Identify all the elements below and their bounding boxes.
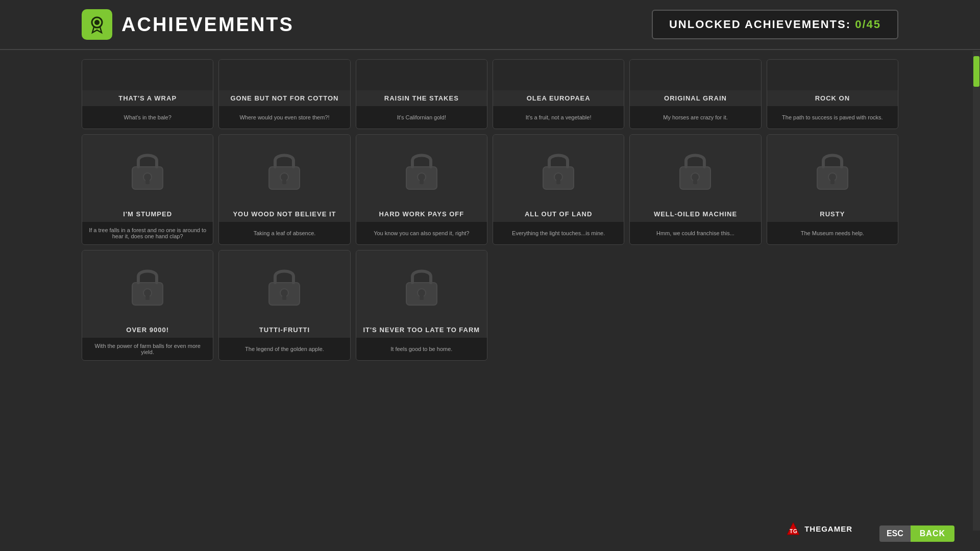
svg-rect-25: [282, 295, 286, 300]
achievement-card-gone-but-not-for-cotton[interactable]: GONE BUT NOT FOR COTTONWhere would you e…: [218, 59, 350, 129]
card-title-raisin-the-stakes: RAISIN THE STAKES: [356, 90, 487, 106]
card-title-its-never-too-late-to-farm: IT'S NEVER TOO LATE TO FARM: [356, 322, 487, 338]
svg-point-1: [94, 20, 100, 25]
svg-rect-7: [282, 179, 286, 184]
achievement-card-tutti-frutti[interactable]: TUTTI-FRUTTIThe legend of the golden app…: [218, 250, 350, 361]
achievement-card-raisin-the-stakes[interactable]: RAISIN THE STAKESIt's Californian gold!: [356, 59, 487, 129]
empty-slot: [767, 250, 898, 361]
svg-rect-4: [145, 179, 150, 184]
empty-slot: [493, 250, 624, 361]
achievement-card-rusty[interactable]: RUSTYThe Museum needs help.: [767, 134, 898, 245]
card-title-rusty: RUSTY: [767, 206, 898, 222]
unlocked-label: UNLOCKED ACHIEVEMENTS:: [669, 18, 851, 31]
achievement-card-original-grain[interactable]: ORIGINAL GRAINMy horses are crazy for it…: [629, 59, 761, 129]
card-title-over-9000: OVER 9000!: [82, 322, 213, 338]
svg-rect-22: [145, 295, 150, 300]
header-left: ACHIEVEMENTS: [82, 9, 294, 40]
svg-text:TG: TG: [790, 529, 798, 534]
card-image-original-grain: [630, 60, 761, 90]
card-title-you-wood-not-believe-it: YOU WOOD NOT BELIEVE IT: [219, 206, 350, 222]
card-desc-tutti-frutti: The legend of the golden apple.: [219, 338, 350, 360]
card-desc-im-stumped: If a tree falls in a forest and no one i…: [82, 222, 213, 244]
card-image-im-stumped: [82, 135, 213, 206]
header: ACHIEVEMENTS UNLOCKED ACHIEVEMENTS: 0/45: [0, 0, 980, 50]
achievement-card-hard-work-pays-off[interactable]: HARD WORK PAYS OFFYou know you can also …: [356, 134, 487, 245]
thegamer-icon: TG: [786, 521, 800, 536]
card-desc-over-9000: With the power of farm balls for even mo…: [82, 338, 213, 360]
svg-rect-13: [556, 179, 560, 184]
card-desc-hard-work-pays-off: You know you can also spend it, right?: [356, 222, 487, 244]
card-image-rusty: [767, 135, 898, 206]
card-desc-original-grain: My horses are crazy for it.: [630, 106, 761, 129]
card-desc-raisin-the-stakes: It's Californian gold!: [356, 106, 487, 129]
unlocked-achievements-box: UNLOCKED ACHIEVEMENTS: 0/45: [652, 10, 898, 39]
back-button[interactable]: BACK: [911, 525, 954, 542]
card-image-over-9000: [82, 251, 213, 322]
thegamer-logo: TG THEGAMER: [786, 521, 852, 536]
card-image-tutti-frutti: [219, 251, 350, 322]
svg-rect-28: [420, 295, 424, 300]
empty-slot: [629, 250, 761, 361]
card-image-all-out-of-land: [493, 135, 624, 206]
achievement-card-rock-on[interactable]: ROCK ONThe path to success is paved with…: [767, 59, 898, 129]
card-image-olea-europaea: [493, 60, 624, 90]
card-title-im-stumped: I'M STUMPED: [82, 206, 213, 222]
card-desc-gone-but-not-for-cotton: Where would you even store them?!: [219, 106, 350, 129]
card-image-raisin-the-stakes: [356, 60, 487, 90]
esc-button[interactable]: ESC: [879, 525, 911, 542]
achievement-icon: [82, 9, 112, 40]
card-title-gone-but-not-for-cotton: GONE BUT NOT FOR COTTON: [219, 90, 350, 106]
achievement-card-im-stumped[interactable]: I'M STUMPEDIf a tree falls in a forest a…: [82, 134, 213, 245]
svg-rect-19: [830, 179, 835, 184]
achievement-card-its-never-too-late-to-farm[interactable]: IT'S NEVER TOO LATE TO FARMIt feels good…: [356, 250, 487, 361]
footer-nav: TG THEGAMER ESC BACK: [849, 525, 954, 542]
card-title-well-oiled-machine: WELL-OILED MACHINE: [630, 206, 761, 222]
card-title-tutti-frutti: TUTTI-FRUTTI: [219, 322, 350, 338]
card-image-thats-a-wrap: [82, 60, 213, 90]
card-desc-well-oiled-machine: Hmm, we could franchise this...: [630, 222, 761, 244]
achievement-card-olea-europaea[interactable]: OLEA EUROPAEAIt's a fruit, not a vegetab…: [493, 59, 624, 129]
card-image-its-never-too-late-to-farm: [356, 251, 487, 322]
card-image-rock-on: [767, 60, 898, 90]
achievement-card-well-oiled-machine[interactable]: WELL-OILED MACHINEHmm, we could franchis…: [629, 134, 761, 245]
card-desc-thats-a-wrap: What's in the bale?: [82, 106, 213, 129]
brand-name: THEGAMER: [804, 524, 852, 533]
unlocked-count: 0/45: [855, 18, 881, 31]
achievement-card-thats-a-wrap[interactable]: THAT'S A WRAPWhat's in the bale?: [82, 59, 213, 129]
card-title-olea-europaea: OLEA EUROPAEA: [493, 90, 624, 106]
card-title-original-grain: ORIGINAL GRAIN: [630, 90, 761, 106]
card-image-you-wood-not-believe-it: [219, 135, 350, 206]
card-title-thats-a-wrap: THAT'S A WRAP: [82, 90, 213, 106]
scrollbar[interactable]: [973, 51, 980, 531]
page-title: ACHIEVEMENTS: [121, 14, 294, 36]
card-desc-rock-on: The path to success is paved with rocks.: [767, 106, 898, 129]
card-title-rock-on: ROCK ON: [767, 90, 898, 106]
card-image-gone-but-not-for-cotton: [219, 60, 350, 90]
card-title-hard-work-pays-off: HARD WORK PAYS OFF: [356, 206, 487, 222]
achievement-card-you-wood-not-believe-it[interactable]: YOU WOOD NOT BELIEVE ITTaking a leaf of …: [218, 134, 350, 245]
card-image-well-oiled-machine: [630, 135, 761, 206]
svg-rect-10: [420, 179, 424, 184]
card-desc-you-wood-not-believe-it: Taking a leaf of absence.: [219, 222, 350, 244]
scrollbar-thumb[interactable]: [973, 56, 979, 87]
svg-rect-16: [693, 179, 697, 184]
card-title-all-out-of-land: ALL OUT OF LAND: [493, 206, 624, 222]
card-image-hard-work-pays-off: [356, 135, 487, 206]
achievements-grid: THAT'S A WRAPWhat's in the bale?GONE BUT…: [0, 54, 980, 366]
card-desc-olea-europaea: It's a fruit, not a vegetable!: [493, 106, 624, 129]
card-desc-rusty: The Museum needs help.: [767, 222, 898, 244]
achievement-card-all-out-of-land[interactable]: ALL OUT OF LANDEverything the light touc…: [493, 134, 624, 245]
card-desc-all-out-of-land: Everything the light touches...is mine.: [493, 222, 624, 244]
achievement-card-over-9000[interactable]: OVER 9000!With the power of farm balls f…: [82, 250, 213, 361]
card-desc-its-never-too-late-to-farm: It feels good to be home.: [356, 338, 487, 360]
